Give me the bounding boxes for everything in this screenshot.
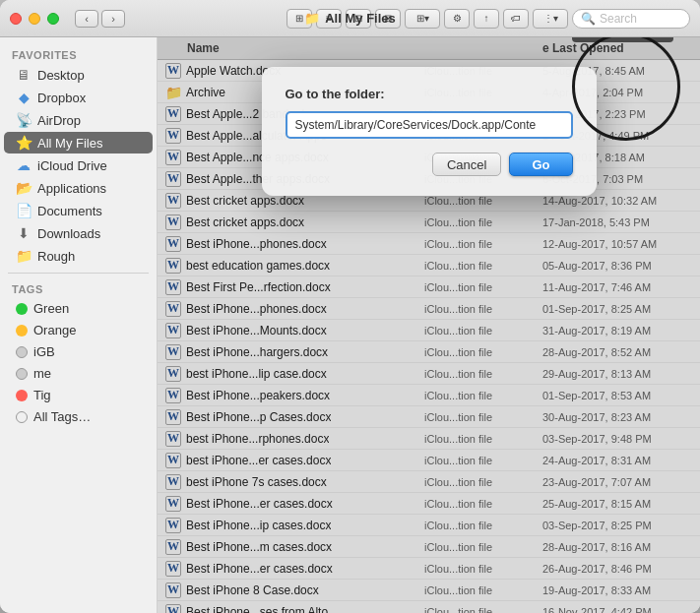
sidebar-label-all-my-files: All My Files	[37, 136, 102, 151]
sidebar-item-desktop[interactable]: 🖥 Desktop	[4, 64, 153, 86]
igb-dot	[16, 346, 28, 358]
sidebar-item-rough[interactable]: 📁 Rough	[4, 245, 153, 267]
favorites-label: Favorites	[0, 45, 157, 63]
share-btn[interactable]: ↑	[474, 9, 499, 29]
airdrop-icon: 📡	[16, 112, 32, 128]
search-icon: 🔍	[581, 12, 596, 26]
tag-label-me: me	[33, 366, 51, 381]
tag-btn[interactable]: 🏷	[503, 9, 529, 29]
airdrop-btn[interactable]: ⋮▾	[533, 9, 568, 29]
sidebar-tag-igb[interactable]: iGB	[4, 341, 153, 362]
sidebar-label-dropbox: Dropbox	[37, 91, 86, 105]
search-box[interactable]: 🔍 Search	[572, 9, 690, 29]
file-area: Name e Last Opened W Apple Watch.docx iC…	[158, 37, 700, 613]
all-tags-dot	[16, 411, 28, 423]
tags-label: Tags	[0, 279, 157, 297]
cancel-button[interactable]: Cancel	[432, 153, 501, 176]
arrange-btn[interactable]: ⊞▾	[405, 9, 440, 29]
sidebar-item-downloads[interactable]: ⬇ Downloads	[4, 222, 153, 244]
tig-dot	[16, 390, 28, 401]
me-dot	[16, 368, 28, 380]
minimize-button[interactable]	[29, 13, 40, 25]
maximize-button[interactable]	[47, 13, 59, 25]
dialog-buttons: Cancel Go	[286, 153, 573, 176]
goto-dialog: resources Go to the folder: Cancel Go	[262, 67, 597, 196]
tag-label-green: Green	[33, 301, 69, 316]
main-content: Favorites 🖥 Desktop ◆ Dropbox 📡 AirDrop …	[0, 37, 700, 613]
sidebar-label-rough: Rough	[37, 249, 75, 264]
tag-label-igb: iGB	[33, 344, 55, 359]
folder-path-input[interactable]	[286, 111, 573, 139]
sidebar-tag-tig[interactable]: Tig	[4, 385, 153, 405]
go-button[interactable]: Go	[509, 153, 572, 176]
sidebar-item-all-my-files[interactable]: ⭐ All My Files	[4, 132, 153, 153]
dialog-overlay: resources Go to the folder: Cancel Go	[158, 37, 700, 613]
all-my-files-icon: ⭐	[16, 135, 32, 151]
forward-button[interactable]: ›	[101, 10, 125, 28]
search-placeholder: Search	[600, 12, 637, 26]
back-button[interactable]: ‹	[75, 10, 98, 28]
sidebar-divider	[8, 273, 149, 274]
applications-icon: 📂	[16, 180, 32, 196]
window-title: All My Files	[325, 11, 396, 26]
sidebar-label-documents: Documents	[37, 204, 102, 218]
dialog-title: Go to the folder:	[286, 87, 573, 101]
downloads-icon: ⬇	[16, 225, 32, 241]
window-title-area: 📁 All My Files	[304, 11, 396, 26]
nav-buttons: ‹ ›	[75, 10, 125, 28]
sidebar-item-documents[interactable]: 📄 Documents	[4, 200, 153, 221]
dropbox-icon: ◆	[16, 90, 32, 105]
titlebar: ‹ › 📁 All My Files ⊞ ≡ ⊟ ⊠ ⊞▾ ⚙ ↑ 🏷 ⋮▾ 🔍…	[0, 0, 700, 37]
green-dot	[16, 303, 28, 315]
tag-label-all-tags: All Tags…	[33, 409, 91, 424]
traffic-lights	[10, 13, 59, 25]
sidebar-item-airdrop[interactable]: 📡 AirDrop	[4, 109, 153, 131]
sidebar-label-airdrop: AirDrop	[37, 113, 81, 128]
spotlight-circle	[572, 37, 680, 141]
title-icon: 📁	[304, 11, 320, 26]
sidebar-tag-all-tags[interactable]: All Tags…	[4, 406, 153, 427]
tag-label-tig: Tig	[33, 388, 51, 402]
tag-label-orange: Orange	[33, 323, 76, 337]
sidebar: Favorites 🖥 Desktop ◆ Dropbox 📡 AirDrop …	[0, 37, 158, 613]
sidebar-tag-me[interactable]: me	[4, 363, 153, 384]
sidebar-item-applications[interactable]: 📂 Applications	[4, 177, 153, 199]
close-button[interactable]	[10, 13, 22, 25]
action-btn[interactable]: ⚙	[444, 9, 470, 29]
sidebar-item-dropbox[interactable]: ◆ Dropbox	[4, 87, 153, 108]
documents-icon: 📄	[16, 203, 32, 218]
sidebar-tag-green[interactable]: Green	[4, 298, 153, 319]
sidebar-item-icloud-drive[interactable]: ☁ iCloud Drive	[4, 154, 153, 176]
sidebar-label-applications: Applications	[37, 181, 106, 196]
sidebar-label-downloads: Downloads	[37, 226, 100, 241]
desktop-icon: 🖥	[16, 67, 32, 83]
rough-icon: 📁	[16, 248, 32, 264]
sidebar-label-desktop: Desktop	[37, 68, 85, 83]
icloud-icon: ☁	[16, 157, 32, 173]
resources-text: resources	[572, 37, 672, 42]
sidebar-tag-orange[interactable]: Orange	[4, 320, 153, 340]
sidebar-label-icloud: iCloud Drive	[37, 158, 107, 173]
orange-dot	[16, 325, 28, 337]
finder-window: ‹ › 📁 All My Files ⊞ ≡ ⊟ ⊠ ⊞▾ ⚙ ↑ 🏷 ⋮▾ 🔍…	[0, 0, 700, 613]
